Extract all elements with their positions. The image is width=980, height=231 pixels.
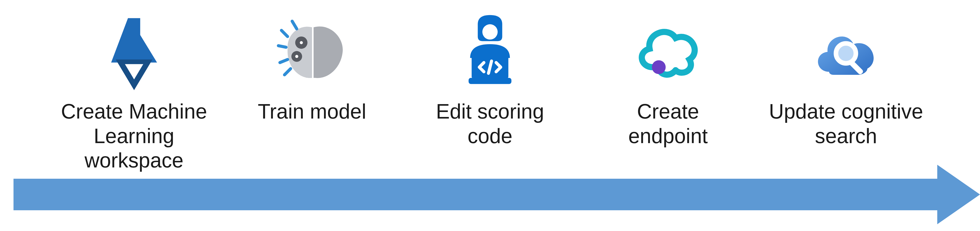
svg-point-13 [652, 60, 666, 74]
svg-line-6 [280, 59, 288, 63]
flow-arrow [13, 165, 980, 224]
step-label: Create Machine Learning workspace [45, 99, 223, 173]
svg-rect-11 [469, 78, 511, 84]
developer-code-icon [401, 9, 579, 95]
step-label: Train model [223, 99, 401, 124]
step-label: Update cognitive search [757, 99, 935, 148]
svg-line-8 [292, 21, 296, 29]
step-edit-scoring-code: Edit scoring code [401, 9, 579, 173]
step-label: Create endpoint [579, 99, 757, 148]
process-diagram: Create Machine Learning workspace [0, 0, 980, 231]
svg-point-9 [482, 24, 498, 40]
arrow-shaft [13, 179, 937, 210]
step-create-ml-workspace: Create Machine Learning workspace [45, 9, 223, 173]
brain-gears-icon [223, 9, 401, 95]
cloud-endpoint-icon [579, 9, 757, 95]
svg-point-1 [300, 41, 303, 44]
step-update-cognitive-search: Update cognitive search [757, 9, 935, 173]
steps-row: Create Machine Learning workspace [0, 0, 980, 173]
flask-ml-icon [45, 9, 223, 95]
arrow-head-icon [937, 165, 980, 224]
svg-line-4 [282, 30, 288, 37]
step-label: Edit scoring code [401, 99, 579, 148]
step-create-endpoint: Create endpoint [579, 9, 757, 173]
cloud-search-icon [757, 9, 935, 95]
step-train-model: Train model [223, 9, 401, 173]
svg-point-3 [295, 55, 298, 58]
svg-line-7 [284, 69, 290, 75]
svg-line-5 [278, 46, 286, 47]
